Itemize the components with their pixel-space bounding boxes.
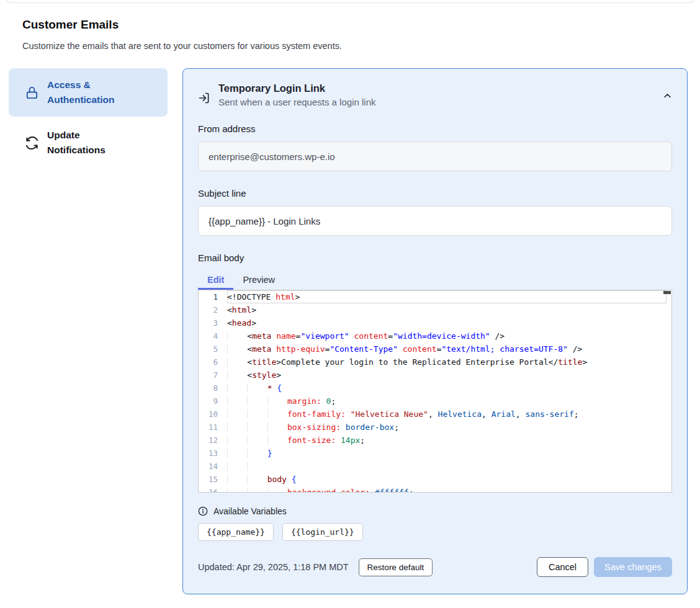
subject-line-input[interactable] [198,206,672,236]
panel-header-text: Temporary Login Link Sent when a user re… [218,83,375,107]
code-line[interactable]: 6 <title>Complete your login to the Repl… [199,355,671,369]
code-line-content: <title>Complete your login to the Replic… [227,355,666,369]
code-line-content: margin: 0; [227,395,666,408]
code-line[interactable]: 3<head> [199,316,671,329]
code-line[interactable]: 10 font-family: "Helvetica Neue", Helvet… [199,408,671,421]
footer-actions: Cancel Save changes [537,557,672,577]
login-icon [198,92,210,107]
email-body-tabs: Edit Preview [198,269,672,290]
page-subtitle: Customize the emails that are sent to yo… [22,41,342,51]
line-number: 10 [199,408,227,421]
restore-default-button[interactable]: Restore default [359,558,433,576]
temporary-login-link-panel: Temporary Login Link Sent when a user re… [182,68,688,594]
line-number: 3 [199,316,227,329]
code-line[interactable]: 11 box-sizing: border-box; [199,421,671,434]
code-line-content: body { [227,473,666,486]
code-editor[interactable]: 1<!DOCTYPE html>2<html>3<head>4 <meta na… [198,290,672,493]
code-line[interactable]: 2<html> [199,303,671,316]
code-line[interactable]: 7 <style> [199,369,671,382]
code-line[interactable]: 5 <meta http-equiv="Content-Type" conten… [199,342,671,355]
sidebar-item-access-authentication[interactable]: Access & Authentication [9,68,168,117]
sidebar-item-label: Update Notifications [47,128,134,158]
sync-icon [24,136,40,150]
code-line[interactable]: 4 <meta name="viewport" content="width=d… [199,329,671,342]
variable-chip-login-url[interactable]: {{login_url}} [282,523,363,541]
available-variables-header: Available Variables [198,506,672,516]
from-address-label: From address [198,123,672,134]
code-line-content: * { [227,382,666,395]
code-line[interactable]: 12 font-size: 14px; [199,434,671,447]
line-number: 13 [199,447,227,460]
save-changes-button[interactable]: Save changes [594,557,672,577]
code-line[interactable]: 16 background-color: #ffffff; [199,486,671,493]
code-line[interactable]: 9 margin: 0; [199,395,671,408]
line-number: 4 [199,329,227,342]
code-line[interactable]: 15 body { [199,473,671,486]
code-line-content: <meta http-equiv="Content-Type" content=… [227,342,666,355]
code-line[interactable]: 8 * { [199,382,671,395]
panel-footer: Updated: Apr 29, 2025, 1:18 PM MDT Resto… [198,557,672,577]
sidebar-item-update-notifications[interactable]: Update Notifications [9,128,168,158]
code-line-content [227,460,666,473]
updated-timestamp: Updated: Apr 29, 2025, 1:18 PM MDT [198,562,349,572]
panel-subtitle: Sent when a user requests a login link [218,97,375,107]
code-line[interactable]: 1<!DOCTYPE html> [199,290,671,303]
line-number: 2 [199,303,227,316]
line-number: 7 [199,369,227,382]
line-number: 11 [199,421,227,434]
line-number: 15 [199,473,227,486]
line-number: 8 [199,382,227,395]
sidebar-item-label: Access & Authentication [47,78,134,107]
email-body-label: Email body [198,253,672,263]
tab-edit[interactable]: Edit [198,269,233,290]
cancel-button[interactable]: Cancel [537,557,588,577]
chevron-up-icon[interactable] [663,91,672,107]
code-line-content: <style> [227,369,666,382]
code-line-content: <meta name="viewport" content="width=dev… [227,329,666,342]
code-line-content: <html> [227,303,666,316]
subject-line-label: Subject line [198,188,672,199]
page-title: Customer Emails [22,18,119,32]
line-number: 14 [199,460,227,473]
panel-title: Temporary Login Link [218,83,375,94]
tab-preview[interactable]: Preview [233,269,284,290]
available-variables-label: Available Variables [213,506,287,516]
code-line-content: } [227,447,666,460]
variable-chip-app-name[interactable]: {{app_name}} [198,523,274,541]
info-icon [198,506,208,516]
line-number: 1 [199,290,227,303]
code-line-content: <head> [227,316,666,329]
editor-scrollbar-thumb[interactable] [663,291,671,294]
code-line[interactable]: 13 } [199,447,671,460]
code-line-content: <!DOCTYPE html> [227,290,666,303]
previous-card-bottom-edge [5,0,695,3]
email-categories-sidebar: Access & Authentication Update Notificat… [9,68,168,158]
panel-header: Temporary Login Link Sent when a user re… [198,83,672,107]
code-line-content: font-size: 14px; [227,434,666,447]
code-line-content: box-sizing: border-box; [227,421,666,434]
line-number: 5 [199,342,227,355]
code-line-content: font-family: "Helvetica Neue", Helvetica… [227,408,666,421]
lock-icon [24,86,40,100]
line-number: 6 [199,355,227,369]
code-line-content: background-color: #ffffff; [227,486,666,493]
variable-chips: {{app_name}} {{login_url}} [198,523,672,541]
line-number: 16 [199,486,227,493]
line-number: 9 [199,395,227,408]
line-number: 12 [199,434,227,447]
code-line[interactable]: 14 [199,460,671,473]
from-address-input[interactable] [198,141,672,171]
